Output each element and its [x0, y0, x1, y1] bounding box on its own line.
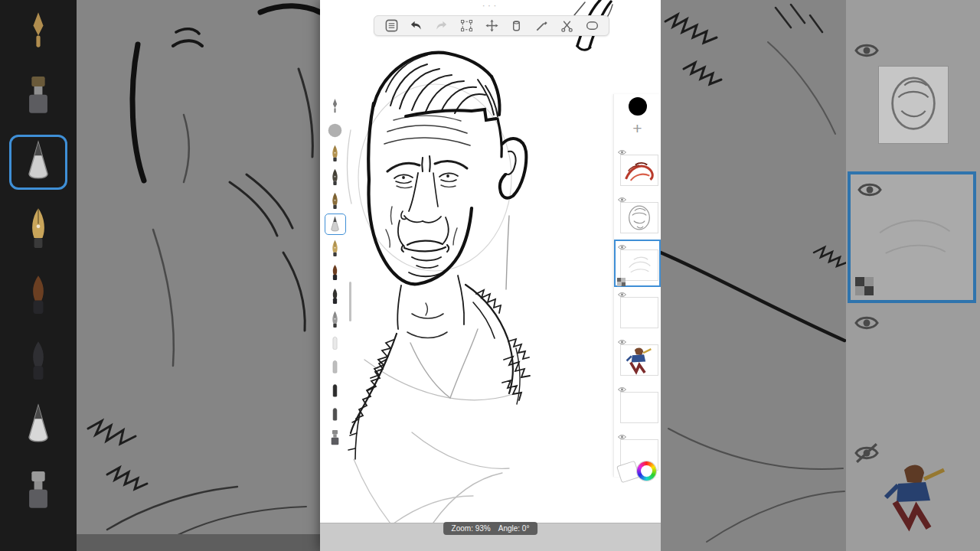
add-layer-button[interactable]: + — [614, 119, 661, 139]
right-backdrop-canvas — [661, 0, 846, 551]
left-paper-edge — [77, 534, 320, 551]
layer-slot-5[interactable] — [614, 334, 661, 382]
brush-6-selected[interactable] — [325, 214, 346, 235]
toolbar-handle-icon[interactable]: ··· — [482, 0, 499, 11]
backdrop-brush-4 — [9, 201, 67, 256]
backdrop-brush-2 — [9, 69, 67, 124]
layer-visibility-icon[interactable] — [617, 288, 627, 295]
backdrop-brush-7 — [9, 398, 67, 453]
layer-visibility-icon[interactable] — [617, 383, 627, 390]
eye-icon — [852, 40, 881, 61]
brush-14[interactable] — [325, 403, 346, 425]
layer-thumbnail[interactable] — [620, 249, 658, 281]
cut-button[interactable] — [559, 18, 574, 34]
layer-thumbnail[interactable] — [620, 155, 658, 186]
brush-5[interactable] — [325, 190, 346, 211]
layer-thumbnail[interactable] — [620, 297, 658, 328]
color-picker-area — [613, 457, 661, 483]
layer-thumbnail[interactable] — [620, 392, 658, 423]
right-backdrop-layers-panel — [846, 0, 980, 551]
undo-button[interactable] — [409, 18, 424, 34]
angle-indicator: Angle: 0° — [498, 524, 530, 533]
brush-1[interactable] — [325, 95, 346, 116]
layer-thumbnail[interactable] — [620, 202, 658, 233]
transform-move-button[interactable] — [484, 18, 499, 34]
layers-panel: + — [613, 94, 661, 477]
left-backdrop-canvas — [77, 0, 320, 551]
brush-4[interactable] — [325, 166, 346, 187]
layer-slot-4[interactable] — [614, 287, 661, 334]
brush-rail-scrollbar[interactable] — [349, 282, 351, 321]
right-backdrop-sketch — [661, 0, 846, 551]
layer-transform-icon — [855, 277, 874, 295]
brush-8[interactable] — [325, 261, 346, 282]
layer-thumbnail — [874, 461, 953, 551]
left-backdrop — [0, 0, 320, 551]
layers-list — [614, 145, 661, 477]
brush-10[interactable] — [325, 308, 346, 330]
backdrop-brush-3 — [9, 135, 67, 190]
backdrop-brush-5 — [9, 266, 67, 321]
lasso-button[interactable] — [584, 18, 599, 34]
video-frame: ··· + Zoom: 93% Angle: 0° — [0, 0, 980, 551]
layer-visibility-icon[interactable] — [617, 430, 627, 438]
layer-slot-1[interactable] — [614, 145, 661, 192]
menu-button[interactable] — [384, 18, 399, 34]
selected-layer — [848, 171, 976, 303]
brush-11[interactable] — [325, 332, 346, 354]
layer-slot-3[interactable] — [614, 240, 661, 287]
marquee-select-button[interactable] — [459, 18, 474, 34]
layer-slot-6[interactable] — [614, 382, 661, 429]
layer-visibility-icon[interactable] — [617, 193, 627, 201]
brush-7[interactable] — [325, 237, 346, 259]
layer-transform-icon — [617, 276, 626, 284]
pen-tool-button[interactable] — [534, 18, 550, 34]
drawing-canvas[interactable] — [320, 0, 661, 551]
backdrop-brush-1 — [9, 3, 67, 58]
brush-2[interactable] — [325, 119, 346, 140]
right-backdrop — [661, 0, 980, 551]
left-backdrop-sketch — [77, 0, 320, 551]
brush-15[interactable] — [325, 427, 346, 448]
backdrop-brush-6 — [9, 332, 67, 387]
backdrop-brush-8 — [9, 464, 67, 519]
eye-icon — [852, 312, 881, 334]
brush-3[interactable] — [325, 142, 346, 164]
layer-visibility-icon[interactable] — [617, 145, 627, 153]
brush-12[interactable] — [325, 356, 346, 377]
foreground-color-swatch[interactable] — [629, 97, 647, 116]
layer-visibility-icon[interactable] — [617, 240, 627, 248]
color-wheel-icon[interactable] — [637, 461, 656, 481]
brush-9[interactable] — [325, 285, 346, 306]
brush-rail — [322, 95, 348, 448]
paint-app-window: ··· + Zoom: 93% Angle: 0° — [320, 0, 661, 551]
layer-slot-2[interactable] — [614, 192, 661, 240]
toolbar — [374, 15, 609, 36]
redo-button[interactable] — [434, 18, 449, 34]
layer-visibility-icon[interactable] — [617, 335, 627, 343]
left-strip — [0, 0, 77, 551]
status-bar: Zoom: 93% Angle: 0° — [443, 522, 538, 535]
layer-thumbnail[interactable] — [620, 344, 658, 376]
zoom-indicator: Zoom: 93% — [452, 524, 491, 533]
eraser-button[interactable] — [509, 18, 524, 34]
brush-13[interactable] — [325, 380, 346, 401]
layer-thumbnail — [878, 66, 949, 144]
